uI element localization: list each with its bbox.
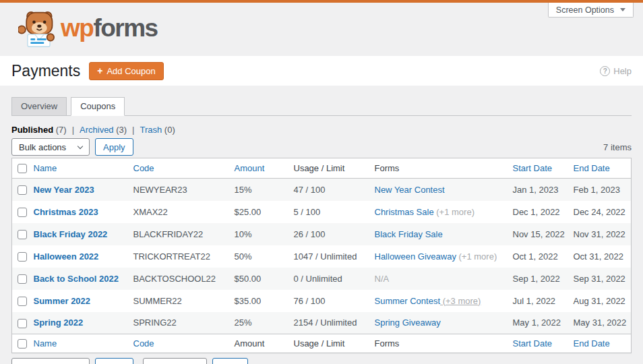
form-more-toggle[interactable]: (+1 more) <box>434 207 474 217</box>
add-coupon-label: Add Coupon <box>106 66 155 76</box>
coupon-name-link[interactable]: Spring 2022 <box>34 317 84 328</box>
column-header-end-date[interactable]: End Date <box>568 158 632 179</box>
coupon-name-link[interactable]: Back to School 2022 <box>34 274 119 284</box>
coupon-usage: 5 / 100 <box>288 201 369 223</box>
coupon-name-link[interactable]: Summer 2022 <box>34 296 91 306</box>
row-checkbox[interactable] <box>18 185 27 195</box>
coupon-amount: 15% <box>229 179 288 201</box>
coupon-code: BLACKFRIDAY22 <box>128 223 229 245</box>
tab-overview[interactable]: Overview <box>11 97 67 116</box>
column-header-usage-limit: Usage / Limit <box>288 334 369 353</box>
coupon-amount: $25.00 <box>229 201 288 223</box>
row-checkbox[interactable] <box>18 319 27 328</box>
status-filter-links: Published (7)|Archived (3)|Trash (0) <box>11 124 632 135</box>
type-filter-select[interactable]: All types <box>143 358 207 364</box>
coupon-end-date: Oct 31, 2022 <box>568 245 632 268</box>
coupon-end-date: Sep 31, 2022 <box>568 268 632 290</box>
coupon-usage: 47 / 100 <box>288 179 369 201</box>
coupon-amount: 10% <box>229 223 288 245</box>
items-count-bottom: 7 items <box>603 362 632 364</box>
coupon-code: SUMMER22 <box>128 290 229 312</box>
coupon-start-date: Jan 1, 2023 <box>508 179 568 201</box>
coupon-forms-cell: Summer Contest (+3 more) <box>369 290 508 312</box>
row-checkbox[interactable] <box>18 274 27 284</box>
coupon-start-date: May 1, 2022 <box>508 312 568 334</box>
wpforms-logo-text: wpforms <box>61 16 158 43</box>
bulk-actions-select-bottom[interactable]: Bulk actions <box>11 358 90 364</box>
form-link[interactable]: New Year Contest <box>375 185 445 195</box>
coupon-name-link[interactable]: New Year 2023 <box>34 185 94 195</box>
row-checkbox[interactable] <box>18 252 27 262</box>
help-link[interactable]: ? Help <box>600 66 632 76</box>
plus-icon: + <box>97 66 102 75</box>
coupon-usage: 76 / 100 <box>288 290 369 312</box>
coupon-start-date: Jul 1, 2022 <box>508 290 568 312</box>
coupon-usage: 2154 / Unlimited <box>288 312 369 334</box>
coupon-start-date: Oct 1, 2022 <box>508 245 568 268</box>
column-header-amount: Amount <box>229 334 288 353</box>
chevron-down-icon <box>620 8 625 11</box>
coupon-row: Summer 2022 SUMMER22 $35.00 76 / 100 Sum… <box>12 290 632 312</box>
chevron-down-icon <box>78 143 83 148</box>
row-checkbox[interactable] <box>18 230 27 239</box>
coupon-row: Back to School 2022 BACKTOSCHOOL22 $50.0… <box>12 268 632 290</box>
page-title: Payments <box>11 63 80 79</box>
column-header-start-date[interactable]: Start Date <box>508 158 568 179</box>
status-filter-trash[interactable]: Trash (0) <box>140 125 175 135</box>
coupon-name-link[interactable]: Christmas 2023 <box>34 207 98 217</box>
column-header-start-date[interactable]: Start Date <box>508 334 568 353</box>
form-more-toggle[interactable]: (+3 more) <box>440 296 481 306</box>
bulk-actions-label: Bulk actions <box>19 142 66 152</box>
column-header-forms: Forms <box>369 158 508 179</box>
row-checkbox[interactable] <box>18 297 27 306</box>
form-link[interactable]: Christmas Sale <box>375 207 434 217</box>
row-checkbox[interactable] <box>18 208 27 217</box>
coupon-end-date: May 31, 2022 <box>568 312 632 334</box>
column-header-name[interactable]: Name <box>28 158 128 179</box>
coupon-forms-cell: Spring Giveaway <box>369 312 508 334</box>
column-header-amount[interactable]: Amount <box>229 158 288 179</box>
wpforms-header: wpforms <box>0 3 643 56</box>
column-header-usage-limit: Usage / Limit <box>288 158 369 179</box>
add-coupon-button[interactable]: + Add Coupon <box>89 62 163 80</box>
bulk-actions-select[interactable]: Bulk actions <box>11 138 90 156</box>
coupon-end-date: Feb 1, 2023 <box>568 179 632 201</box>
coupon-start-date: Dec 1, 2022 <box>508 201 568 223</box>
select-all-checkbox-bottom[interactable] <box>18 339 27 348</box>
form-link[interactable]: Black Friday Sale <box>375 229 443 239</box>
status-filter-published[interactable]: Published (7) <box>11 125 67 135</box>
apply-button[interactable]: Apply <box>95 138 133 156</box>
table-footer: NameCodeAmountUsage / LimitFormsStart Da… <box>12 334 632 353</box>
apply-button-bottom[interactable]: Apply <box>95 358 133 364</box>
coupon-forms-cell: Black Friday Sale <box>369 223 508 245</box>
filter-button[interactable]: Filter <box>212 358 248 364</box>
coupon-usage: 0 / Unlimited <box>288 268 369 290</box>
coupon-row: New Year 2023 NEWYEAR23 15% 47 / 100 New… <box>12 179 632 201</box>
screen-options-button[interactable]: Screen Options <box>548 3 634 18</box>
wpforms-bear-icon <box>18 9 55 50</box>
form-link[interactable]: Halloween Giveaway <box>375 251 456 262</box>
top-toolbar: Bulk actions Apply 7 items <box>11 138 632 156</box>
form-link[interactable]: Summer Contest <box>375 296 441 306</box>
title-bar: Payments + Add Coupon ? Help <box>0 56 643 86</box>
form-link[interactable]: Spring Giveaway <box>375 317 441 328</box>
coupon-code: BACKTOSCHOOL22 <box>128 268 229 290</box>
column-header-name[interactable]: Name <box>28 334 128 353</box>
status-filter-archived[interactable]: Archived (3) <box>80 125 127 135</box>
tab-coupons[interactable]: Coupons <box>71 97 125 116</box>
column-header-code[interactable]: Code <box>128 158 229 179</box>
coupon-code: TRICKORTREAT22 <box>128 245 229 268</box>
coupon-name-link[interactable]: Black Friday 2022 <box>34 229 108 239</box>
coupon-forms-cell: Halloween Giveaway (+1 more) <box>369 245 508 268</box>
select-all-checkbox[interactable] <box>18 164 27 173</box>
tab-bar: OverviewCoupons <box>11 96 632 116</box>
coupon-usage: 1047 / Unlimited <box>288 245 369 268</box>
filter-separator: | <box>72 125 74 135</box>
form-more-toggle[interactable]: (+1 more) <box>456 251 497 262</box>
column-header-end-date[interactable]: End Date <box>568 334 632 353</box>
coupon-name-link[interactable]: Halloween 2022 <box>34 251 99 262</box>
logo-forms: forms <box>93 14 157 42</box>
column-header-code[interactable]: Code <box>128 334 229 353</box>
help-label: Help <box>613 66 632 76</box>
coupon-start-date: Sep 1, 2022 <box>508 268 568 290</box>
